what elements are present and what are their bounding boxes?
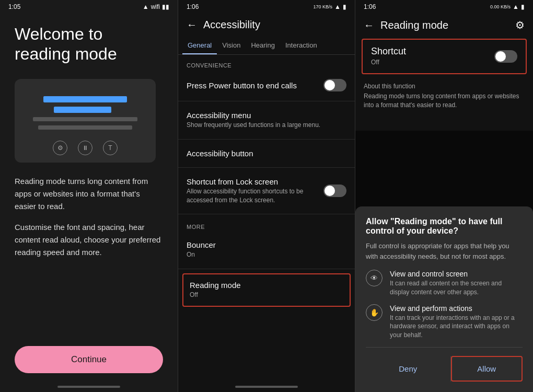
actions-icon: ✋ [366,304,383,321]
divider-1 [178,101,355,101]
welcome-title: Welcome to reading mode [15,24,117,64]
view-screen-title: View and control screen [390,270,523,278]
dialog-item-actions: ✋ View and perform actions It can track … [366,304,523,340]
status-bar-2: 1:06 170 KB/s ▲ ▮ [178,0,355,14]
item-shortcut-lock[interactable]: Shortcut from Lock screen Allow accessib… [178,170,355,212]
shortcut-sub: Off [371,58,406,67]
data-speed-3: 0.00 KB/s [490,4,511,9]
time-2: 1:06 [187,3,199,10]
description-2: Customise the font and spacing, hear con… [15,221,163,259]
shortcut-title: Shortcut [371,46,406,57]
section-more: MORE [178,216,355,233]
wifi-3: ▲ [513,3,519,10]
about-label: About this function [364,83,525,90]
tab-interaction[interactable]: Interaction [280,36,322,54]
accessibility-title: Accessibility [203,19,260,31]
wifi-icon-2: ▲ [334,3,341,10]
continue-button[interactable]: Continue [15,346,163,373]
section-convenience: CONVENIENCE [178,55,355,72]
actions-title: View and perform actions [390,304,523,313]
bottom-indicator-1 [57,386,120,388]
allow-button-wrap: Allow [451,356,523,382]
tabs-row: General Vision Hearing Interaction [178,36,355,55]
battery-3: ▮ [521,3,525,10]
back-button-3[interactable]: ← [364,19,374,31]
status-icons-2: 170 KB/s ▲ ▮ [314,3,346,10]
top-nav-3: ← Reading mode ⚙ [355,14,533,37]
battery-icon: ▮▮ [162,3,169,10]
dialog-actions: Deny Allow [366,352,523,382]
toggle-shortcut-lock[interactable] [323,185,346,197]
panel-reading-mode: 1:06 0.00 KB/s ▲ ▮ ← Reading mode ⚙ Shor… [355,0,533,392]
phone-bottom-icons: ⚙ ⏸ T [53,141,118,155]
signal-icon: ▲ [143,3,149,10]
description-1: Reading mode turns long content from app… [15,175,163,213]
about-text: Reading mode turns long content from app… [364,92,525,110]
about-section: About this function Reading mode turns l… [355,76,533,116]
tab-general[interactable]: General [182,36,217,54]
gear-icon[interactable]: ⚙ [515,19,525,31]
dialog-divider [366,347,523,348]
actions-sub: It can track your interactions with an a… [390,314,523,340]
tab-vision[interactable]: Vision [217,36,246,54]
mock-icon-text: T [103,141,118,155]
mock-icon-settings: ⚙ [53,141,67,155]
shortcut-toggle[interactable] [494,50,517,63]
back-button-2[interactable]: ← [187,19,197,31]
status-icons-1: ▲ wifi ▮▮ [143,3,169,10]
top-nav-2: ← Accessibility [178,14,355,36]
battery-icon-2: ▮ [343,3,346,10]
phone-mockup: ⚙ ⏸ T [15,79,156,163]
allow-button[interactable]: Allow [452,357,522,381]
view-screen-sub: It can read all content on the screen an… [390,279,523,297]
mock-bar-gray-2 [38,125,132,130]
dialog-title: Allow "Reading mode" to have full contro… [366,217,523,236]
shortcut-box[interactable]: Shortcut Off [362,39,527,74]
item-reading-mode[interactable]: Reading mode Off [182,273,351,307]
item-accessibility-button[interactable]: Accessibility button [178,142,355,165]
permission-dialog: Allow "Reading mode" to have full contro… [355,206,533,392]
divider-5 [178,269,355,269]
status-icons-3: 0.00 KB/s ▲ ▮ [490,3,525,10]
deny-button[interactable]: Deny [366,356,450,382]
tab-hearing[interactable]: Hearing [246,36,280,54]
bottom-indicator-2 [235,386,298,388]
mock-bar-blue-2 [54,107,111,113]
mock-bar-blue-1 [43,96,127,102]
status-bar-1: 1:05 ▲ wifi ▮▮ [0,0,178,14]
item-power-button[interactable]: Press Power button to end calls [178,72,355,99]
wifi-icon: wifi [151,3,160,10]
status-bar-3: 1:06 0.00 KB/s ▲ ▮ [355,0,533,14]
mock-icon-pause: ⏸ [78,141,92,155]
divider-2 [178,139,355,140]
dialog-desc: Full control is appropriate for apps tha… [366,241,523,261]
view-screen-icon: 👁 [366,270,383,286]
panel-welcome: 1:05 ▲ wifi ▮▮ Welcome to reading mode ⚙… [0,0,178,392]
reading-mode-title: Reading mode [380,19,448,31]
bottom-bar-2 [178,382,355,392]
item-bouncer[interactable]: Bouncer On [178,233,355,267]
dialog-overlay: Allow "Reading mode" to have full contro… [355,131,533,392]
mock-bar-gray-1 [33,117,137,121]
time-3: 1:06 [364,3,376,10]
panel-accessibility: 1:06 170 KB/s ▲ ▮ ← Accessibility Genera… [178,0,355,392]
toggle-power[interactable] [323,79,346,91]
dialog-item-view: 👁 View and control screen It can read al… [366,270,523,297]
panel1-content: Welcome to reading mode ⚙ ⏸ T Reading mo… [0,14,178,392]
divider-3 [178,167,355,168]
item-accessibility-menu[interactable]: Accessibility menu Show frequently used … [178,103,355,137]
data-speed-icon: 170 KB/s [314,4,333,9]
divider-4 [178,214,355,214]
time-1: 1:05 [8,3,20,10]
